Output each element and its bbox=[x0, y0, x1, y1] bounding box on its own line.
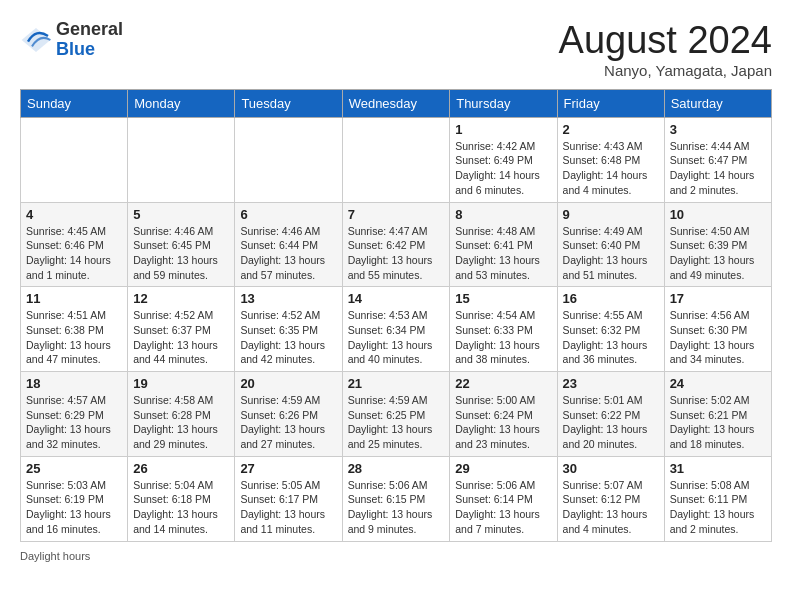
day-info: Sunrise: 5:04 AM Sunset: 6:18 PM Dayligh… bbox=[133, 478, 229, 537]
day-number: 9 bbox=[563, 207, 659, 222]
day-number: 12 bbox=[133, 291, 229, 306]
calendar-cell bbox=[21, 117, 128, 202]
calendar-cell: 4Sunrise: 4:45 AM Sunset: 6:46 PM Daylig… bbox=[21, 202, 128, 287]
calendar-cell: 11Sunrise: 4:51 AM Sunset: 6:38 PM Dayli… bbox=[21, 287, 128, 372]
calendar-cell: 12Sunrise: 4:52 AM Sunset: 6:37 PM Dayli… bbox=[128, 287, 235, 372]
calendar-cell: 1Sunrise: 4:42 AM Sunset: 6:49 PM Daylig… bbox=[450, 117, 557, 202]
calendar-week-4: 18Sunrise: 4:57 AM Sunset: 6:29 PM Dayli… bbox=[21, 372, 772, 457]
calendar-cell: 28Sunrise: 5:06 AM Sunset: 6:15 PM Dayli… bbox=[342, 456, 450, 541]
day-info: Sunrise: 4:45 AM Sunset: 6:46 PM Dayligh… bbox=[26, 224, 122, 283]
day-number: 23 bbox=[563, 376, 659, 391]
calendar-cell: 21Sunrise: 4:59 AM Sunset: 6:25 PM Dayli… bbox=[342, 372, 450, 457]
day-info: Sunrise: 4:51 AM Sunset: 6:38 PM Dayligh… bbox=[26, 308, 122, 367]
logo: General Blue bbox=[20, 20, 123, 60]
day-number: 21 bbox=[348, 376, 445, 391]
day-number: 14 bbox=[348, 291, 445, 306]
day-info: Sunrise: 5:00 AM Sunset: 6:24 PM Dayligh… bbox=[455, 393, 551, 452]
day-number: 27 bbox=[240, 461, 336, 476]
calendar-cell: 9Sunrise: 4:49 AM Sunset: 6:40 PM Daylig… bbox=[557, 202, 664, 287]
logo-blue-text: Blue bbox=[56, 39, 95, 59]
day-info: Sunrise: 4:58 AM Sunset: 6:28 PM Dayligh… bbox=[133, 393, 229, 452]
calendar-week-2: 4Sunrise: 4:45 AM Sunset: 6:46 PM Daylig… bbox=[21, 202, 772, 287]
calendar-header-row: SundayMondayTuesdayWednesdayThursdayFrid… bbox=[21, 89, 772, 117]
calendar-cell: 23Sunrise: 5:01 AM Sunset: 6:22 PM Dayli… bbox=[557, 372, 664, 457]
logo-general: General bbox=[56, 19, 123, 39]
day-info: Sunrise: 4:49 AM Sunset: 6:40 PM Dayligh… bbox=[563, 224, 659, 283]
calendar-cell: 2Sunrise: 4:43 AM Sunset: 6:48 PM Daylig… bbox=[557, 117, 664, 202]
calendar-cell: 17Sunrise: 4:56 AM Sunset: 6:30 PM Dayli… bbox=[664, 287, 771, 372]
day-info: Sunrise: 5:02 AM Sunset: 6:21 PM Dayligh… bbox=[670, 393, 766, 452]
month-title: August 2024 bbox=[559, 20, 772, 62]
day-info: Sunrise: 4:42 AM Sunset: 6:49 PM Dayligh… bbox=[455, 139, 551, 198]
calendar-cell: 6Sunrise: 4:46 AM Sunset: 6:44 PM Daylig… bbox=[235, 202, 342, 287]
day-info: Sunrise: 4:52 AM Sunset: 6:35 PM Dayligh… bbox=[240, 308, 336, 367]
calendar-cell: 24Sunrise: 5:02 AM Sunset: 6:21 PM Dayli… bbox=[664, 372, 771, 457]
calendar-cell: 3Sunrise: 4:44 AM Sunset: 6:47 PM Daylig… bbox=[664, 117, 771, 202]
title-block: August 2024 Nanyo, Yamagata, Japan bbox=[559, 20, 772, 79]
calendar-cell: 19Sunrise: 4:58 AM Sunset: 6:28 PM Dayli… bbox=[128, 372, 235, 457]
day-info: Sunrise: 4:46 AM Sunset: 6:44 PM Dayligh… bbox=[240, 224, 336, 283]
calendar-cell: 29Sunrise: 5:06 AM Sunset: 6:14 PM Dayli… bbox=[450, 456, 557, 541]
day-number: 25 bbox=[26, 461, 122, 476]
day-info: Sunrise: 5:07 AM Sunset: 6:12 PM Dayligh… bbox=[563, 478, 659, 537]
day-number: 28 bbox=[348, 461, 445, 476]
day-info: Sunrise: 5:01 AM Sunset: 6:22 PM Dayligh… bbox=[563, 393, 659, 452]
day-info: Sunrise: 5:05 AM Sunset: 6:17 PM Dayligh… bbox=[240, 478, 336, 537]
logo-text: General Blue bbox=[56, 20, 123, 60]
calendar-cell: 20Sunrise: 4:59 AM Sunset: 6:26 PM Dayli… bbox=[235, 372, 342, 457]
day-number: 6 bbox=[240, 207, 336, 222]
calendar-cell: 31Sunrise: 5:08 AM Sunset: 6:11 PM Dayli… bbox=[664, 456, 771, 541]
day-number: 19 bbox=[133, 376, 229, 391]
calendar-week-1: 1Sunrise: 4:42 AM Sunset: 6:49 PM Daylig… bbox=[21, 117, 772, 202]
calendar-cell: 25Sunrise: 5:03 AM Sunset: 6:19 PM Dayli… bbox=[21, 456, 128, 541]
day-number: 2 bbox=[563, 122, 659, 137]
logo-icon bbox=[20, 24, 52, 56]
day-number: 15 bbox=[455, 291, 551, 306]
day-info: Sunrise: 4:57 AM Sunset: 6:29 PM Dayligh… bbox=[26, 393, 122, 452]
day-info: Sunrise: 4:43 AM Sunset: 6:48 PM Dayligh… bbox=[563, 139, 659, 198]
calendar-dow-thursday: Thursday bbox=[450, 89, 557, 117]
day-info: Sunrise: 4:48 AM Sunset: 6:41 PM Dayligh… bbox=[455, 224, 551, 283]
calendar-dow-friday: Friday bbox=[557, 89, 664, 117]
calendar-cell: 10Sunrise: 4:50 AM Sunset: 6:39 PM Dayli… bbox=[664, 202, 771, 287]
day-number: 18 bbox=[26, 376, 122, 391]
day-number: 22 bbox=[455, 376, 551, 391]
day-info: Sunrise: 4:55 AM Sunset: 6:32 PM Dayligh… bbox=[563, 308, 659, 367]
calendar-cell: 15Sunrise: 4:54 AM Sunset: 6:33 PM Dayli… bbox=[450, 287, 557, 372]
calendar-dow-tuesday: Tuesday bbox=[235, 89, 342, 117]
day-info: Sunrise: 5:06 AM Sunset: 6:15 PM Dayligh… bbox=[348, 478, 445, 537]
calendar-table: SundayMondayTuesdayWednesdayThursdayFrid… bbox=[20, 89, 772, 542]
calendar-cell: 13Sunrise: 4:52 AM Sunset: 6:35 PM Dayli… bbox=[235, 287, 342, 372]
calendar-week-5: 25Sunrise: 5:03 AM Sunset: 6:19 PM Dayli… bbox=[21, 456, 772, 541]
calendar-dow-sunday: Sunday bbox=[21, 89, 128, 117]
calendar-cell: 18Sunrise: 4:57 AM Sunset: 6:29 PM Dayli… bbox=[21, 372, 128, 457]
day-number: 30 bbox=[563, 461, 659, 476]
calendar-cell: 26Sunrise: 5:04 AM Sunset: 6:18 PM Dayli… bbox=[128, 456, 235, 541]
day-number: 1 bbox=[455, 122, 551, 137]
calendar-cell: 5Sunrise: 4:46 AM Sunset: 6:45 PM Daylig… bbox=[128, 202, 235, 287]
day-number: 10 bbox=[670, 207, 766, 222]
day-number: 13 bbox=[240, 291, 336, 306]
day-number: 8 bbox=[455, 207, 551, 222]
calendar-cell: 30Sunrise: 5:07 AM Sunset: 6:12 PM Dayli… bbox=[557, 456, 664, 541]
day-info: Sunrise: 5:03 AM Sunset: 6:19 PM Dayligh… bbox=[26, 478, 122, 537]
calendar-cell: 22Sunrise: 5:00 AM Sunset: 6:24 PM Dayli… bbox=[450, 372, 557, 457]
day-number: 7 bbox=[348, 207, 445, 222]
day-number: 20 bbox=[240, 376, 336, 391]
day-info: Sunrise: 4:53 AM Sunset: 6:34 PM Dayligh… bbox=[348, 308, 445, 367]
calendar-cell: 8Sunrise: 4:48 AM Sunset: 6:41 PM Daylig… bbox=[450, 202, 557, 287]
day-number: 4 bbox=[26, 207, 122, 222]
day-info: Sunrise: 4:59 AM Sunset: 6:26 PM Dayligh… bbox=[240, 393, 336, 452]
calendar-dow-saturday: Saturday bbox=[664, 89, 771, 117]
day-info: Sunrise: 4:59 AM Sunset: 6:25 PM Dayligh… bbox=[348, 393, 445, 452]
calendar-cell: 27Sunrise: 5:05 AM Sunset: 6:17 PM Dayli… bbox=[235, 456, 342, 541]
calendar-cell: 7Sunrise: 4:47 AM Sunset: 6:42 PM Daylig… bbox=[342, 202, 450, 287]
calendar-cell: 14Sunrise: 4:53 AM Sunset: 6:34 PM Dayli… bbox=[342, 287, 450, 372]
day-number: 5 bbox=[133, 207, 229, 222]
day-number: 17 bbox=[670, 291, 766, 306]
calendar-cell bbox=[342, 117, 450, 202]
day-number: 11 bbox=[26, 291, 122, 306]
day-number: 3 bbox=[670, 122, 766, 137]
calendar-cell bbox=[128, 117, 235, 202]
day-number: 16 bbox=[563, 291, 659, 306]
